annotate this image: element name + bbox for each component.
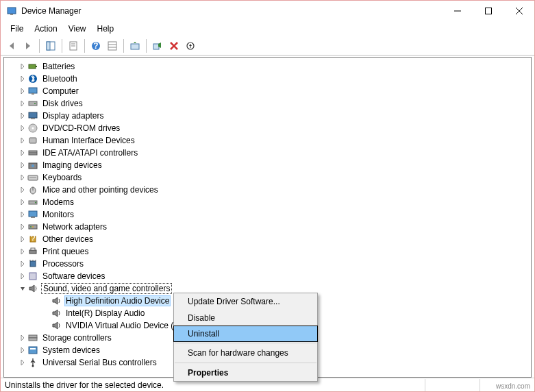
tree-label: Processors	[41, 259, 85, 269]
bluetooth-icon	[27, 73, 38, 84]
expander-icon[interactable]	[18, 271, 27, 281]
expander-icon[interactable]	[18, 197, 27, 207]
sound-icon	[51, 320, 62, 331]
tree-label: IDE ATA/ATAPI controllers	[41, 148, 139, 158]
context-menu: Update Driver Software... Disable Uninst…	[173, 293, 318, 382]
ctx-scan-hardware[interactable]: Scan for hardware changes	[174, 345, 317, 361]
expander-icon[interactable]	[18, 123, 27, 133]
show-hide-button[interactable]	[43, 38, 58, 53]
hid-icon	[27, 135, 38, 146]
watermark: wsxdn.com	[496, 382, 530, 390]
tree-category[interactable]: Bluetooth	[5, 73, 530, 85]
expander-icon[interactable]	[41, 308, 51, 318]
tree-category[interactable]: Batteries	[5, 60, 530, 73]
svg-rect-3	[485, 8, 491, 14]
tree-category[interactable]: Modems	[5, 196, 530, 208]
help-button[interactable]: ?	[88, 38, 103, 53]
tree-label: Software devices	[41, 271, 106, 281]
tree-label: Bluetooth	[41, 74, 79, 84]
svg-rect-50	[29, 250, 36, 254]
tree-category[interactable]: DVD/CD-ROM drives	[5, 122, 530, 134]
expander-icon[interactable]	[41, 321, 51, 330]
tree-label: Monitors	[41, 210, 75, 219]
svg-rect-56	[29, 273, 36, 280]
menu-help[interactable]: Help	[92, 23, 120, 35]
maximize-button[interactable]	[473, 1, 503, 21]
svg-text:?: ?	[31, 234, 36, 243]
svg-rect-0	[8, 8, 16, 14]
expander-icon[interactable]	[18, 74, 27, 84]
tree-category[interactable]: Imaging devices	[5, 159, 530, 171]
update-driver-button[interactable]	[127, 38, 142, 53]
expander-icon[interactable]	[18, 173, 27, 182]
uninstall-button[interactable]	[166, 38, 182, 53]
svg-rect-32	[29, 138, 36, 143]
expander-icon[interactable]	[18, 185, 27, 195]
svg-point-47	[32, 226, 34, 228]
expander-icon[interactable]	[18, 136, 27, 145]
properties-button[interactable]	[66, 38, 81, 53]
tree-category[interactable]: Disk drives	[5, 97, 530, 110]
expander-icon[interactable]	[18, 62, 27, 71]
expander-icon[interactable]	[18, 99, 27, 108]
expander-icon[interactable]	[18, 345, 27, 355]
forward-button[interactable]	[21, 38, 36, 53]
tree-category[interactable]: Keyboards	[5, 171, 530, 184]
tree-category[interactable]: Display adapters	[5, 110, 530, 122]
enable-button[interactable]	[150, 38, 165, 53]
ctx-disable[interactable]: Disable	[174, 310, 317, 326]
expander-icon[interactable]	[18, 86, 27, 96]
tree-category[interactable]: Print queues	[5, 245, 530, 258]
tree-category[interactable]: Monitors	[5, 208, 530, 221]
tree-category[interactable]: Software devices	[5, 270, 530, 282]
minimize-button[interactable]	[442, 1, 473, 21]
tree-label: Print queues	[41, 247, 90, 256]
svg-rect-43	[29, 211, 37, 217]
expander-icon[interactable]	[18, 210, 27, 219]
tree-label: Mice and other pointing devices	[41, 185, 160, 195]
menu-action[interactable]: Action	[29, 23, 62, 35]
scan-hardware-button[interactable]	[183, 38, 198, 53]
tree-label: Sound, video and game controllers	[41, 283, 172, 294]
tree-category[interactable]: IDE ATA/ATAPI controllers	[5, 147, 530, 159]
ctx-update-driver[interactable]: Update Driver Software...	[174, 293, 317, 310]
back-button[interactable]	[4, 38, 19, 53]
expander-icon[interactable]	[18, 148, 27, 158]
menubar: File Action View Help	[1, 21, 534, 36]
menu-view[interactable]: View	[63, 23, 92, 35]
list-button[interactable]	[105, 38, 120, 53]
expander-icon[interactable]	[18, 160, 27, 170]
expander-icon[interactable]	[18, 247, 27, 256]
expander-icon[interactable]	[41, 296, 51, 306]
expander-icon[interactable]	[18, 234, 27, 244]
software-icon	[27, 271, 38, 282]
titlebar: Device Manager	[1, 1, 534, 21]
tree-category[interactable]: Network adapters	[5, 221, 530, 233]
expander-icon[interactable]	[18, 333, 27, 343]
svg-rect-58	[29, 338, 37, 341]
expander-icon[interactable]	[18, 358, 27, 367]
tree-category[interactable]: Mice and other pointing devices	[5, 184, 530, 196]
menu-file[interactable]: File	[5, 23, 29, 35]
usb-icon	[27, 357, 38, 368]
tree-category[interactable]: Computer	[5, 85, 530, 97]
tree-label: Network adapters	[41, 222, 108, 232]
expander-icon[interactable]	[18, 222, 27, 232]
ctx-uninstall[interactable]: Uninstall	[173, 326, 318, 342]
battery-icon	[27, 61, 38, 72]
ctx-properties[interactable]: Properties	[174, 365, 317, 381]
svg-rect-17	[153, 44, 159, 49]
expander-icon[interactable]	[18, 111, 27, 121]
svg-point-36	[32, 164, 34, 167]
mouse-icon	[27, 184, 38, 195]
close-button[interactable]	[503, 1, 534, 21]
expander-icon[interactable]	[18, 284, 27, 293]
svg-rect-57	[29, 335, 37, 338]
tree-category[interactable]: Processors	[5, 258, 530, 270]
expander-icon[interactable]	[18, 259, 27, 269]
tree-category[interactable]: ?Other devices	[5, 233, 530, 245]
tree-label: Batteries	[41, 62, 76, 71]
svg-rect-29	[31, 118, 35, 119]
svg-rect-7	[47, 42, 50, 50]
tree-category[interactable]: Human Interface Devices	[5, 134, 530, 147]
